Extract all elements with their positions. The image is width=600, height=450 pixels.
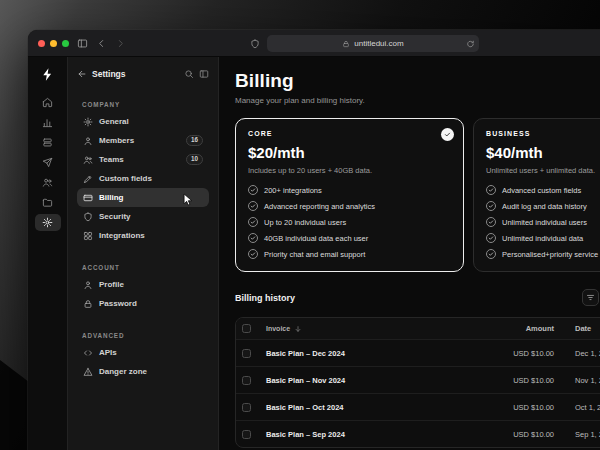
table-row[interactable]: Basic Plan – Sep 2024 USD $10.00 Sep 1, … bbox=[236, 420, 600, 447]
row-checkbox[interactable] bbox=[242, 349, 251, 358]
sidebar-item-teams[interactable]: Teams 10 bbox=[77, 150, 209, 169]
invoice-column-header[interactable]: Invoice bbox=[266, 325, 290, 332]
settings-sidebar: Settings COMPANY General bbox=[68, 57, 219, 450]
invoice-cell: Basic Plan – Sep 2024 bbox=[266, 430, 484, 439]
sidebar-item-integrations[interactable]: Integrations bbox=[77, 226, 209, 245]
sort-descending-icon[interactable] bbox=[294, 325, 302, 333]
plan-card-business[interactable]: BUSINESS $40/mth Unlimited users + unlim… bbox=[473, 118, 600, 272]
sidebar-item-password[interactable]: Password bbox=[77, 294, 209, 313]
plan-feature: 40GB individual data each user bbox=[248, 233, 451, 243]
refresh-icon[interactable] bbox=[466, 39, 475, 48]
section-items: General Members 16 bbox=[77, 112, 209, 245]
table-header-row: Invoice Amount Date bbox=[236, 318, 600, 339]
sidebar-item-security[interactable]: Security bbox=[77, 207, 209, 226]
rail-item-gear[interactable] bbox=[35, 214, 61, 231]
grid-icon bbox=[83, 231, 93, 241]
sidebar-item-label: Custom fields bbox=[99, 174, 152, 183]
browser-sidebar-toggle-icon[interactable] bbox=[77, 38, 88, 49]
check-circle-icon bbox=[486, 185, 496, 195]
zoom-window-button[interactable] bbox=[62, 40, 69, 47]
plan-feature: Unlimited individual data bbox=[486, 233, 600, 243]
feature-text: Advanced reporting and analytics bbox=[264, 202, 375, 211]
gear-icon bbox=[83, 117, 93, 127]
row-checkbox[interactable] bbox=[242, 430, 251, 439]
search-icon[interactable] bbox=[184, 69, 194, 79]
filter-icon bbox=[586, 293, 595, 302]
home-icon bbox=[42, 97, 53, 108]
table-row[interactable]: Basic Plan – Dec 2024 USD $10.00 Dec 1, … bbox=[236, 339, 600, 366]
table-row[interactable]: Basic Plan – Oct 2024 USD $10.00 Oct 1, … bbox=[236, 393, 600, 420]
page-subtitle: Manage your plan and billing history. bbox=[235, 96, 600, 105]
sidebar-item-label: Profile bbox=[99, 280, 124, 289]
user-icon bbox=[83, 136, 93, 146]
close-window-button[interactable] bbox=[38, 40, 45, 47]
minimize-window-button[interactable] bbox=[50, 40, 57, 47]
rail-item-home[interactable] bbox=[35, 94, 61, 111]
sidebar-item-danger-zone[interactable]: Danger zone bbox=[77, 362, 209, 381]
check-circle-icon bbox=[486, 201, 496, 211]
users-icon bbox=[42, 177, 53, 188]
browser-titlebar: untitledui.com bbox=[28, 30, 600, 57]
feature-text: Unlimited individual users bbox=[502, 218, 587, 227]
feature-text: 200+ integrations bbox=[264, 186, 322, 195]
sidebar-item-general[interactable]: General bbox=[77, 112, 209, 131]
collapse-sidebar-icon[interactable] bbox=[199, 69, 209, 79]
sidebar-item-profile[interactable]: Profile bbox=[77, 275, 209, 294]
plan-feature: Personalised+priority service bbox=[486, 249, 600, 259]
rail-item-layers[interactable] bbox=[35, 134, 61, 151]
plan-price: $40/mth bbox=[486, 144, 600, 161]
lock-icon bbox=[83, 299, 93, 309]
chart-icon bbox=[42, 117, 53, 128]
sidebar-item-apis[interactable]: APIs bbox=[77, 343, 209, 362]
sidebar-item-label: Billing bbox=[99, 193, 123, 202]
invoice-cell: Basic Plan – Oct 2024 bbox=[266, 403, 484, 412]
plan-card-core[interactable]: CORE $20/mth Includes up to 20 users + 4… bbox=[235, 118, 464, 272]
feature-text: Up to 20 individual users bbox=[264, 218, 346, 227]
url-text: untitledui.com bbox=[354, 39, 403, 48]
billing-page: Billing Manage your plan and billing his… bbox=[219, 57, 600, 450]
app-logo[interactable] bbox=[38, 64, 58, 84]
select-all-checkbox[interactable] bbox=[242, 324, 251, 333]
row-checkbox[interactable] bbox=[242, 403, 251, 412]
layers-icon bbox=[42, 137, 53, 148]
check-circle-icon bbox=[486, 233, 496, 243]
section-label: ADVANCED bbox=[82, 332, 204, 339]
feature-list: Advanced custom fields Audit log and dat… bbox=[486, 185, 600, 259]
invoice-name: Basic Plan – Nov 2024 bbox=[266, 376, 345, 385]
check-circle-icon bbox=[248, 217, 258, 227]
code-icon bbox=[83, 348, 93, 358]
sidebar-item-members[interactable]: Members 16 bbox=[77, 131, 209, 150]
plan-description: Unlimited users + unlimited data. bbox=[486, 166, 600, 175]
sidebar-section: ADVANCED APIs bbox=[77, 332, 209, 381]
rail-item-chart[interactable] bbox=[35, 114, 61, 131]
browser-window: untitledui.com bbox=[28, 30, 600, 450]
sidebar-item-label: Members bbox=[99, 136, 134, 145]
row-checkbox[interactable] bbox=[242, 376, 251, 385]
card-icon bbox=[83, 193, 93, 203]
table-row[interactable]: Basic Plan – Nov 2024 USD $10.00 Nov 1, … bbox=[236, 366, 600, 393]
privacy-shield-icon[interactable] bbox=[250, 39, 260, 49]
invoice-name: Basic Plan – Oct 2024 bbox=[266, 403, 344, 412]
plan-feature: Advanced custom fields bbox=[486, 185, 600, 195]
sidebar-item-label: Security bbox=[99, 212, 131, 221]
rail-item-users[interactable] bbox=[35, 174, 61, 191]
back-navigation-icon[interactable] bbox=[96, 38, 107, 49]
window-controls bbox=[38, 40, 69, 47]
mouse-cursor bbox=[183, 193, 194, 206]
filter-button[interactable] bbox=[582, 289, 599, 306]
sidebar-item-custom-fields[interactable]: Custom fields bbox=[77, 169, 209, 188]
sidebar-title[interactable]: Settings bbox=[92, 69, 126, 79]
icon-rail bbox=[28, 57, 68, 450]
back-arrow-icon[interactable] bbox=[77, 69, 87, 79]
billing-history-table: Invoice Amount Date Basic Plan – Dec 202… bbox=[235, 317, 600, 448]
date-column-header: Date bbox=[554, 324, 600, 333]
address-bar[interactable]: untitledui.com bbox=[267, 35, 479, 52]
forward-navigation-icon[interactable] bbox=[115, 38, 126, 49]
feature-list: 200+ integrations Advanced reporting and… bbox=[248, 185, 451, 259]
rail-item-folder[interactable] bbox=[35, 194, 61, 211]
billing-history-title: Billing history bbox=[235, 293, 295, 303]
amount-column-header: Amount bbox=[484, 324, 554, 333]
sidebar-section: ACCOUNT Profile bbox=[77, 264, 209, 313]
plan-feature: Priority chat and email support bbox=[248, 249, 451, 259]
rail-item-send[interactable] bbox=[35, 154, 61, 171]
